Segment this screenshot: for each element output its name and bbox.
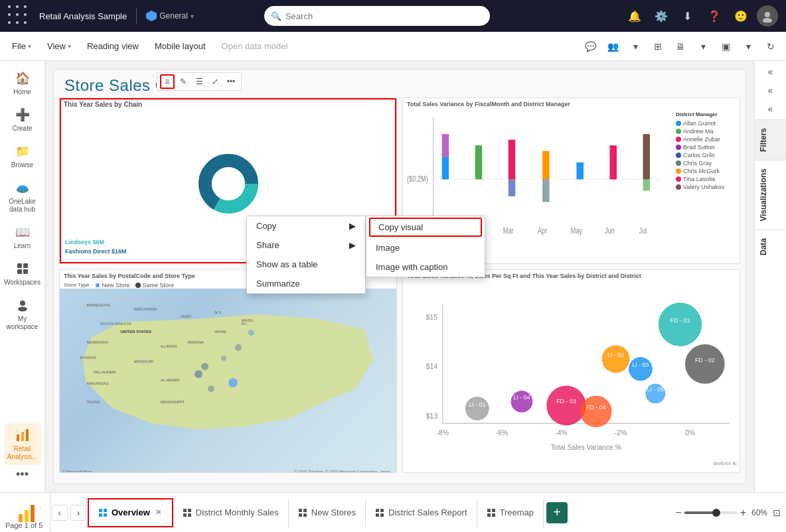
svg-text:$13: $13 xyxy=(426,412,438,419)
zoom-minus-btn[interactable]: − xyxy=(675,507,681,519)
legend-item-8: Valery Ushakov xyxy=(676,184,737,190)
avatar[interactable] xyxy=(757,5,778,27)
submenu-image[interactable]: Image xyxy=(366,238,485,257)
zoom-thumb[interactable] xyxy=(712,509,720,517)
expand-btn[interactable]: ⤢ xyxy=(208,74,222,89)
menubar-chevron3[interactable]: ▾ xyxy=(738,36,758,56)
svg-point-62 xyxy=(546,385,586,425)
svg-rect-12 xyxy=(26,429,29,441)
sidebar-item-browse[interactable]: 📁 Browse xyxy=(4,139,41,173)
menubar-chevron[interactable]: ▾ xyxy=(625,36,645,56)
visualizations-tab[interactable]: Visualizations xyxy=(755,160,786,230)
tab-district-monthly[interactable]: District Monthly Sales xyxy=(173,498,289,527)
zoom-value: 60% xyxy=(749,508,770,517)
svg-rect-78 xyxy=(303,509,307,512)
zoom-slider[interactable] xyxy=(684,511,738,514)
tab-overview-close[interactable]: ✕ xyxy=(154,507,163,517)
personas-icon[interactable]: 👥 xyxy=(603,36,623,56)
tab-next-btn[interactable]: › xyxy=(70,505,86,521)
panel-icon[interactable]: ▣ xyxy=(716,36,736,56)
add-page-btn[interactable]: + xyxy=(546,502,568,523)
svg-rect-23 xyxy=(542,151,550,180)
context-copy[interactable]: Copy ▶ xyxy=(247,216,365,235)
gear-icon[interactable]: ⚙️ xyxy=(651,5,672,27)
hamburger-btn[interactable]: ≡ xyxy=(160,74,175,89)
legend-item-4: Carlos Grilo xyxy=(676,152,737,159)
app-grid-icon[interactable] xyxy=(8,5,30,27)
svg-text:Mar: Mar xyxy=(503,226,514,235)
legend-item-7: Tina Lasolia xyxy=(676,176,737,182)
comment-icon[interactable]: 💬 xyxy=(580,36,600,56)
filters-tab[interactable]: Filters xyxy=(755,119,786,160)
file-menu[interactable]: File ▾ xyxy=(5,38,38,54)
donut-chart xyxy=(195,151,262,217)
pencil-btn[interactable]: ✎ xyxy=(176,74,191,89)
svg-rect-4 xyxy=(17,263,22,268)
sidebar-item-onelake[interactable]: OneLake data hub xyxy=(4,176,41,218)
sidebar-item-retail[interactable]: Retail Analysis... xyxy=(4,423,41,465)
sidebar-item-learn[interactable]: 📖 Learn xyxy=(4,220,41,254)
svg-text:FD - 03: FD - 03 xyxy=(556,398,576,405)
context-show-table[interactable]: Show as a table xyxy=(247,255,365,274)
svg-point-50 xyxy=(685,344,725,384)
zoom-fill xyxy=(684,511,716,514)
tab-new-stores[interactable]: New Stores xyxy=(289,498,366,527)
context-share[interactable]: Share ▶ xyxy=(247,235,365,255)
visual-toolbar: ≡ ✎ ☰ ⤢ ••• xyxy=(157,72,242,91)
collapse-viz-arrow[interactable]: « xyxy=(759,82,783,98)
tab-treemap[interactable]: Treemap xyxy=(477,498,544,527)
fit-page-icon[interactable]: ⊡ xyxy=(773,507,781,518)
tab-prev-btn[interactable]: ‹ xyxy=(52,505,68,521)
context-summarize[interactable]: Summarize xyxy=(247,274,365,293)
svg-rect-18 xyxy=(442,157,449,179)
file-chevron: ▾ xyxy=(28,42,31,50)
sensitivity-badge[interactable]: General ▾ xyxy=(146,11,194,21)
tab-district-sales[interactable]: District Sales Report xyxy=(366,498,477,527)
legend-item-3: Brad Sutton xyxy=(676,144,737,151)
submenu-copy-visual[interactable]: Copy visual xyxy=(369,218,482,237)
download-icon[interactable]: ⬇ xyxy=(677,5,698,27)
zoom-plus-btn[interactable]: + xyxy=(740,507,746,519)
screen-icon[interactable]: 🖥 xyxy=(670,36,690,56)
more-btn[interactable]: ••• xyxy=(224,74,238,89)
svg-rect-85 xyxy=(487,509,491,512)
svg-rect-86 xyxy=(492,509,495,512)
zoom-controls: − + 60% ⊡ xyxy=(675,507,781,519)
table2-icon[interactable]: ⊞ xyxy=(648,36,668,56)
visual2-title: Total Sales Variance by FiscalMonth and … xyxy=(403,98,740,109)
view-menu[interactable]: View ▾ xyxy=(40,38,78,54)
submenu-image-caption[interactable]: Image with caption xyxy=(366,257,485,277)
svg-text:Apr: Apr xyxy=(538,226,548,235)
search-input[interactable] xyxy=(264,6,490,26)
svg-rect-28 xyxy=(643,179,651,190)
svg-rect-19 xyxy=(442,134,449,157)
bell-icon[interactable]: 🔔 xyxy=(624,5,645,27)
tab-overview[interactable]: Overview ✕ xyxy=(88,498,173,527)
sidebar-item-create[interactable]: ➕ Create xyxy=(4,103,41,137)
lines-btn[interactable]: ☰ xyxy=(192,74,206,89)
visual-bubble[interactable]: Total Sales Variance %, Sales Per Sq Ft … xyxy=(402,269,740,473)
feedback-icon[interactable]: 🙂 xyxy=(730,5,751,27)
svg-rect-75 xyxy=(183,513,187,517)
data-tab[interactable]: Data xyxy=(755,230,786,263)
mobile-layout-btn[interactable]: Mobile layout xyxy=(148,38,212,54)
sidebar-item-workspaces[interactable]: Workspaces xyxy=(4,257,41,291)
help-icon[interactable]: ❓ xyxy=(704,5,725,27)
content-area: Store Sales Overview ≡ ✎ ☰ ⤢ ••• This Ye… xyxy=(45,61,754,492)
visual-map[interactable]: This Year Sales by PostalCode and Store … xyxy=(59,269,397,473)
sidebar-item-home[interactable]: 🏠 Home xyxy=(4,66,41,100)
collapse-data-arrow[interactable]: « xyxy=(759,101,783,117)
svg-text:Jun: Jun xyxy=(605,226,615,235)
panel-arrows: « « « xyxy=(755,61,786,119)
powerbi-icon xyxy=(17,502,39,523)
copy-arrow: ▶ xyxy=(349,221,356,231)
svg-rect-88 xyxy=(492,513,495,517)
menubar-chevron2[interactable]: ▾ xyxy=(693,36,713,56)
collapse-filters-arrow[interactable]: « xyxy=(759,64,783,80)
refresh-icon[interactable]: ↻ xyxy=(761,36,781,56)
sidebar-more[interactable]: ••• xyxy=(16,468,29,482)
reading-view-btn[interactable]: Reading view xyxy=(80,38,145,54)
svg-rect-66 xyxy=(19,514,23,522)
sidebar-item-myworkspace[interactable]: My workspace xyxy=(4,293,41,335)
open-data-model-btn[interactable]: Open data model xyxy=(215,38,295,54)
